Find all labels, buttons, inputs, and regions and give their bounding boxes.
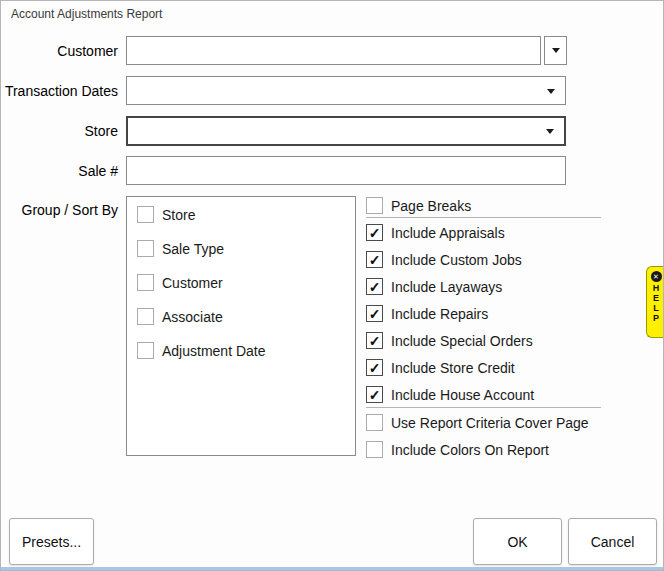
checkbox[interactable] — [137, 240, 154, 257]
checkbox[interactable] — [366, 332, 383, 349]
checkbox-label: Include Repairs — [391, 306, 488, 322]
checkbox-label: Store — [162, 207, 195, 223]
checkbox[interactable] — [366, 441, 383, 458]
checkbox[interactable] — [366, 197, 383, 214]
help-tab[interactable]: ✕ HELP — [646, 266, 664, 338]
checkbox[interactable] — [137, 274, 154, 291]
chevron-down-icon — [552, 48, 560, 53]
checkbox[interactable] — [366, 386, 383, 403]
customer-dropdown-button[interactable] — [544, 36, 567, 65]
group-sort-option-customer[interactable]: Customer — [137, 274, 223, 291]
store-input[interactable] — [130, 119, 544, 143]
sale-number-input[interactable] — [129, 158, 563, 183]
sale-number-field[interactable] — [126, 156, 566, 185]
checkbox-label: Include Special Orders — [391, 333, 533, 349]
option-include-appraisals[interactable]: Include Appraisals — [366, 224, 505, 241]
checkbox[interactable] — [366, 251, 383, 268]
checkbox[interactable] — [366, 305, 383, 322]
group-sort-option-associate[interactable]: Associate — [137, 308, 223, 325]
checkbox-label: Include Appraisals — [391, 225, 505, 241]
separator — [366, 217, 601, 218]
ok-button[interactable]: OK — [473, 518, 562, 565]
checkbox-label: Sale Type — [162, 241, 224, 257]
account-adjustments-window: Account Adjustments Report Customer Tran… — [0, 0, 664, 571]
chevron-down-icon[interactable] — [546, 129, 554, 134]
option-include-special-orders[interactable]: Include Special Orders — [366, 332, 533, 349]
checkbox[interactable] — [137, 342, 154, 359]
checkbox-label: Include Layaways — [391, 279, 502, 295]
checkbox-label: Customer — [162, 275, 223, 291]
help-tab-label: HELP — [651, 283, 661, 323]
customer-input[interactable] — [129, 38, 538, 63]
group-sort-label: Group / Sort By — [1, 202, 118, 218]
option-use-report-criteria-cover-page[interactable]: Use Report Criteria Cover Page — [366, 414, 589, 431]
store-label: Store — [1, 123, 118, 139]
separator — [366, 407, 601, 408]
checkbox[interactable] — [137, 206, 154, 223]
checkbox-label: Use Report Criteria Cover Page — [391, 415, 589, 431]
sale-number-label: Sale # — [1, 163, 118, 179]
chevron-down-icon[interactable] — [547, 89, 555, 94]
group-sort-option-adjustment-date[interactable]: Adjustment Date — [137, 342, 266, 359]
option-include-repairs[interactable]: Include Repairs — [366, 305, 488, 322]
option-include-colors-on-report[interactable]: Include Colors On Report — [366, 441, 549, 458]
presets-button[interactable]: Presets... — [9, 518, 94, 565]
checkbox-label: Associate — [162, 309, 223, 325]
option-page-breaks[interactable]: Page Breaks — [366, 197, 471, 214]
checkbox[interactable] — [366, 414, 383, 431]
checkbox-label: Include House Account — [391, 387, 534, 403]
checkbox-label: Include Custom Jobs — [391, 252, 522, 268]
group-sort-box: Store Sale Type Customer Associate Adjus… — [126, 196, 356, 456]
option-include-store-credit[interactable]: Include Store Credit — [366, 359, 515, 376]
transaction-dates-input[interactable] — [129, 78, 545, 103]
transaction-dates-label: Transaction Dates — [1, 83, 118, 99]
checkbox-label: Include Colors On Report — [391, 442, 549, 458]
option-include-house-account[interactable]: Include House Account — [366, 386, 534, 403]
checkbox[interactable] — [366, 359, 383, 376]
checkbox[interactable] — [366, 278, 383, 295]
close-icon[interactable]: ✕ — [651, 271, 662, 282]
checkbox-label: Page Breaks — [391, 198, 471, 214]
customer-label: Customer — [1, 43, 118, 59]
checkbox[interactable] — [366, 224, 383, 241]
checkbox-label: Adjustment Date — [162, 343, 266, 359]
customer-combobox[interactable] — [126, 36, 541, 65]
window-bottom-edge — [1, 567, 663, 570]
group-sort-option-sale-type[interactable]: Sale Type — [137, 240, 224, 257]
checkbox-label: Include Store Credit — [391, 360, 515, 376]
option-include-layaways[interactable]: Include Layaways — [366, 278, 502, 295]
group-sort-option-store[interactable]: Store — [137, 206, 195, 223]
option-include-custom-jobs[interactable]: Include Custom Jobs — [366, 251, 522, 268]
window-title: Account Adjustments Report — [11, 7, 162, 21]
store-combobox[interactable] — [126, 116, 566, 146]
transaction-dates-combobox[interactable] — [126, 76, 566, 105]
cancel-button[interactable]: Cancel — [568, 518, 657, 565]
checkbox[interactable] — [137, 308, 154, 325]
